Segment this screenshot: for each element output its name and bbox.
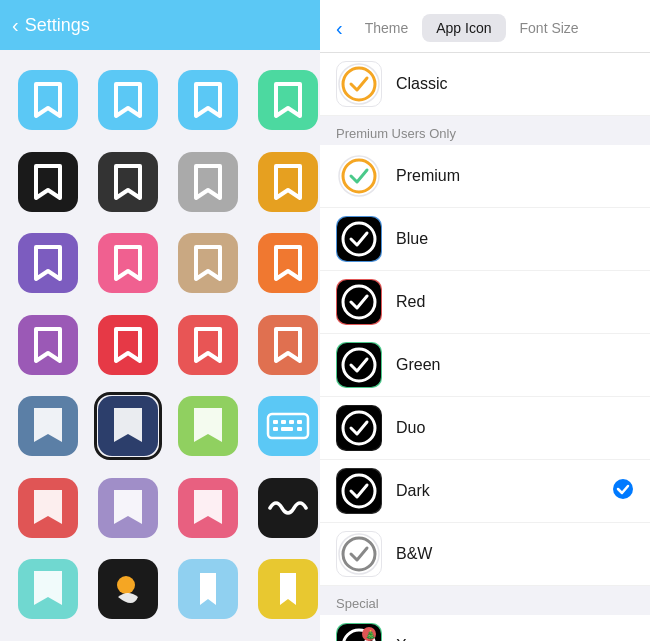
- svg-rect-14: [178, 315, 238, 375]
- icons-grid: [0, 50, 320, 641]
- icon-cell-6[interactable]: [94, 148, 162, 216]
- icon-list-item-bw[interactable]: B&W: [320, 523, 650, 586]
- svg-rect-9: [98, 233, 158, 293]
- svg-rect-10: [178, 233, 238, 293]
- icon-name-xmas: Xmas: [396, 637, 437, 641]
- tab-theme[interactable]: Theme: [351, 14, 423, 42]
- svg-rect-1: [98, 70, 158, 130]
- icon-cell-2[interactable]: [94, 66, 162, 134]
- svg-rect-3: [258, 70, 318, 130]
- svg-rect-13: [98, 315, 158, 375]
- icon-preview-premium: [336, 153, 382, 199]
- icon-preview-red: [336, 279, 382, 325]
- icon-list-item-red[interactable]: Red: [320, 271, 650, 334]
- icon-cell-12[interactable]: [254, 229, 320, 297]
- icon-name-red: Red: [396, 293, 425, 311]
- tab-app-icon[interactable]: App Icon: [422, 14, 505, 42]
- icon-cell-19[interactable]: [174, 392, 242, 460]
- icon-cell-17[interactable]: [14, 392, 82, 460]
- icon-name-bw: B&W: [396, 545, 432, 563]
- section-label-premium: Premium Users Only: [320, 116, 650, 145]
- icon-cell-13[interactable]: [14, 311, 82, 379]
- svg-point-39: [339, 156, 379, 196]
- svg-rect-0: [18, 70, 78, 130]
- icon-cell-21[interactable]: [14, 474, 82, 542]
- left-panel: ‹ Settings: [0, 0, 320, 641]
- icon-name-dark: Dark: [396, 482, 430, 500]
- svg-rect-23: [289, 420, 294, 424]
- settings-back-arrow[interactable]: ‹: [12, 14, 19, 37]
- svg-rect-12: [18, 315, 78, 375]
- icon-cell-1[interactable]: [14, 66, 82, 134]
- icon-cell-14[interactable]: [94, 311, 162, 379]
- icon-cell-4[interactable]: [254, 66, 320, 134]
- svg-rect-26: [281, 427, 293, 431]
- icon-cell-10[interactable]: [94, 229, 162, 297]
- icon-preview-blue: [336, 216, 382, 262]
- svg-rect-7: [258, 152, 318, 212]
- svg-rect-21: [273, 420, 278, 424]
- header-top: ‹ ThemeApp IconFont Size: [336, 14, 634, 42]
- selected-checkmark: [612, 478, 634, 505]
- icon-cell-7[interactable]: [174, 148, 242, 216]
- icon-cell-18[interactable]: [94, 392, 162, 460]
- icon-name-premium: Premium: [396, 167, 460, 185]
- icon-list-item-classic[interactable]: Classic: [320, 53, 650, 116]
- icon-name-classic: Classic: [396, 75, 448, 93]
- settings-header: ‹ Settings: [0, 0, 320, 50]
- icon-preview-bw: [336, 531, 382, 577]
- svg-rect-8: [18, 233, 78, 293]
- icon-name-green: Green: [396, 356, 440, 374]
- svg-rect-24: [297, 420, 302, 424]
- svg-point-52: [339, 534, 379, 574]
- icon-cell-23[interactable]: [174, 474, 242, 542]
- svg-rect-6: [178, 152, 238, 212]
- settings-title: Settings: [25, 15, 90, 36]
- icon-cell-9[interactable]: [14, 229, 82, 297]
- icon-name-blue: Blue: [396, 230, 428, 248]
- icon-cell-20[interactable]: [254, 392, 320, 460]
- icon-cell-16[interactable]: [254, 311, 320, 379]
- svg-point-37: [339, 64, 379, 104]
- icon-preview-duo: [336, 405, 382, 451]
- icon-preview-green: [336, 342, 382, 388]
- svg-rect-5: [98, 152, 158, 212]
- svg-point-34: [117, 576, 135, 594]
- icon-list-item-xmas[interactable]: 🎄 Xmas: [320, 615, 650, 641]
- icon-list-item-dark[interactable]: Dark: [320, 460, 650, 523]
- tab-font-size[interactable]: Font Size: [506, 14, 593, 42]
- svg-rect-2: [178, 70, 238, 130]
- svg-rect-15: [258, 315, 318, 375]
- icon-cell-26[interactable]: [94, 555, 162, 623]
- icon-cell-22[interactable]: [94, 474, 162, 542]
- icon-cell-3[interactable]: [174, 66, 242, 134]
- right-header: ‹ ThemeApp IconFont Size: [320, 0, 650, 53]
- svg-rect-25: [273, 427, 278, 431]
- svg-rect-27: [297, 427, 302, 431]
- icon-list-item-blue[interactable]: Blue: [320, 208, 650, 271]
- svg-point-51: [613, 479, 633, 499]
- icon-cell-28[interactable]: [254, 555, 320, 623]
- icon-list-item-duo[interactable]: Duo: [320, 397, 650, 460]
- icon-list: ClassicPremium Users Only Premium Blue R…: [320, 53, 650, 641]
- svg-rect-4: [18, 152, 78, 212]
- icon-cell-8[interactable]: [254, 148, 320, 216]
- icon-list-item-premium[interactable]: Premium: [320, 145, 650, 208]
- icon-list-item-green[interactable]: Green: [320, 334, 650, 397]
- svg-rect-11: [258, 233, 318, 293]
- icon-preview-xmas: 🎄: [336, 623, 382, 641]
- tab-bar: ThemeApp IconFont Size: [351, 14, 593, 42]
- svg-text:🎄: 🎄: [365, 629, 377, 641]
- icon-cell-27[interactable]: [174, 555, 242, 623]
- icon-cell-24[interactable]: [254, 474, 320, 542]
- icon-preview-classic: [336, 61, 382, 107]
- svg-rect-31: [258, 478, 318, 538]
- section-label-special: Special: [320, 586, 650, 615]
- icon-cell-5[interactable]: [14, 148, 82, 216]
- right-back-btn[interactable]: ‹: [336, 17, 343, 40]
- icon-cell-25[interactable]: [14, 555, 82, 623]
- right-panel: ‹ ThemeApp IconFont Size ClassicPremium …: [320, 0, 650, 641]
- icon-name-duo: Duo: [396, 419, 425, 437]
- icon-cell-11[interactable]: [174, 229, 242, 297]
- icon-cell-15[interactable]: [174, 311, 242, 379]
